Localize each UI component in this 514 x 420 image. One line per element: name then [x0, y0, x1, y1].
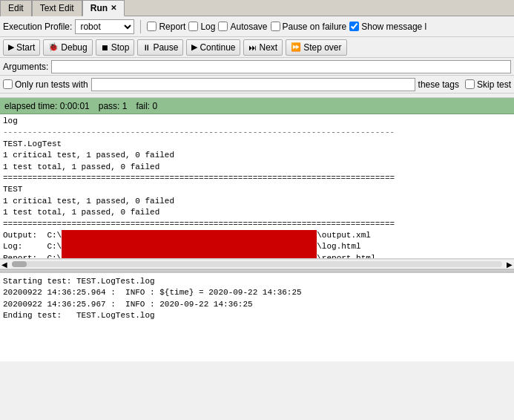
autosave-checkbox[interactable] [218, 22, 228, 31]
tab-run-label: Run [90, 3, 108, 13]
play-icon: ▶ [8, 42, 14, 52]
output-double-sep-1: ========================================… [3, 173, 511, 184]
tab-edit-label: Edit [8, 3, 24, 13]
skip-test-label: Skip test [477, 79, 511, 90]
execution-profile-label: Execution Profile: [3, 22, 72, 32]
log-line-1: 20200922 14:36:25.964 : INFO : ${time} =… [3, 287, 511, 298]
continue-button[interactable]: ▶ Continue [186, 39, 240, 56]
output-path-report: Report: C:\ \report.html [3, 253, 511, 259]
step-over-label: Step over [303, 42, 341, 53]
status-bar: elapsed time: 0:00:01 pass: 1 fail: 0 [0, 98, 514, 114]
log-panel[interactable]: Starting test: TEST.LogTest.log 20200922… [0, 272, 514, 361]
stop-icon: ⏹ [101, 43, 109, 52]
next-label: Next [259, 42, 277, 53]
autosave-checkbox-label[interactable]: Autosave [218, 22, 267, 32]
tags-row: Only run tests with these tags Skip test [0, 76, 514, 93]
arguments-input[interactable] [51, 60, 511, 73]
show-message-label: Show message l [361, 22, 426, 32]
arguments-row: Arguments: [0, 58, 514, 76]
tab-text-edit-label: Text Edit [40, 3, 74, 13]
output-path-label: Output: C:\ [3, 230, 62, 241]
start-label: Start [16, 42, 35, 53]
only-run-tests-label: Only run tests with [15, 79, 88, 90]
log-line-2: 20200922 14:36:25.967 : INFO : 2020-09-2… [3, 299, 511, 310]
output-double-sep-2: ========================================… [3, 219, 511, 230]
close-icon[interactable]: ✕ [111, 4, 116, 12]
horizontal-scrollbar[interactable]: ◀ ▶ [0, 259, 514, 269]
output-path-redacted [62, 230, 317, 241]
fail-count: fail: 0 [136, 101, 157, 111]
next-button[interactable]: ⏭ Next [243, 39, 283, 56]
start-button[interactable]: ▶ Start [3, 39, 40, 56]
only-run-tests-checkbox-label[interactable]: Only run tests with [3, 79, 88, 90]
scroll-left-icon[interactable]: ◀ [0, 260, 9, 269]
separator-1 [140, 20, 141, 33]
step-over-icon: ⏩ [291, 42, 301, 52]
pause-label: Pause [153, 42, 178, 53]
step-over-button[interactable]: ⏩ Step over [286, 39, 346, 56]
report-checkbox-label[interactable]: Report [147, 22, 185, 32]
output-path-log: Log: C:\ \log.html [3, 241, 511, 252]
pass-count: pass: 1 [99, 101, 128, 111]
log-line-0: Starting test: TEST.LogTest.log [3, 276, 511, 287]
continue-icon: ▶ [191, 42, 197, 52]
report-path-label: Report: C:\ [3, 253, 62, 259]
pause-button[interactable]: ⏸ Pause [137, 39, 183, 56]
arguments-label: Arguments: [3, 62, 48, 72]
tab-text-edit[interactable]: Text Edit [32, 0, 82, 16]
these-tags-label: these tags [418, 79, 459, 90]
output-line-testlogtest: TEST.LogTest [3, 139, 511, 150]
output-line-total-1: 1 test total, 1 passed, 0 failed [3, 162, 511, 173]
log-checkbox[interactable] [188, 22, 198, 31]
execution-profile-select[interactable]: robot [75, 19, 134, 34]
bug-icon: 🐞 [48, 42, 59, 52]
tags-input[interactable] [91, 78, 415, 91]
stop-label: Stop [111, 42, 130, 53]
report-path-suffix: \report.html [317, 253, 375, 259]
scroll-track[interactable] [12, 261, 502, 267]
only-run-tests-checkbox[interactable] [3, 79, 13, 89]
output-line-critical-2: 1 critical test, 1 passed, 0 failed [3, 196, 511, 207]
log-path-label: Log: C:\ [3, 241, 62, 252]
output-area[interactable]: log ------------------------------------… [0, 114, 514, 259]
output-separator-1: ----------------------------------------… [3, 127, 511, 138]
output-path-suffix: \output.xml [317, 230, 371, 241]
output-line-critical-1: 1 critical test, 1 passed, 0 failed [3, 150, 511, 161]
tab-bar: Edit Text Edit Run ✕ [0, 0, 514, 16]
next-icon: ⏭ [248, 43, 257, 52]
log-path-suffix: \log.html [317, 241, 360, 252]
toolbar-row-1: Execution Profile: robot Report Log Auto… [0, 16, 514, 37]
output-line-log: log [3, 116, 511, 127]
skip-test-checkbox[interactable] [465, 79, 475, 89]
skip-test-checkbox-label[interactable]: Skip test [465, 79, 511, 90]
autosave-label: Autosave [230, 22, 267, 32]
output-line-test: TEST [3, 184, 511, 195]
log-line-3: Ending test: TEST.LogTest.log [3, 310, 511, 321]
report-label: Report [159, 22, 185, 32]
continue-label: Continue [200, 42, 235, 53]
report-checkbox[interactable] [147, 22, 156, 31]
stop-button[interactable]: ⏹ Stop [96, 39, 135, 56]
log-checkbox-label[interactable]: Log [188, 22, 215, 32]
tab-edit[interactable]: Edit [0, 0, 32, 16]
show-message-checkbox-label[interactable]: Show message l [349, 22, 426, 32]
report-path-redacted [62, 253, 317, 259]
tab-run[interactable]: Run ✕ [82, 0, 125, 16]
scroll-thumb[interactable] [12, 261, 27, 267]
pause-on-failure-checkbox[interactable] [271, 22, 280, 31]
debug-button[interactable]: 🐞 Debug [43, 39, 92, 56]
scroll-right-icon[interactable]: ▶ [505, 260, 514, 269]
pause-icon: ⏸ [142, 43, 151, 52]
debug-label: Debug [61, 42, 87, 53]
toolbar-row-2: ▶ Start 🐞 Debug ⏹ Stop ⏸ Pause ▶ Continu… [0, 37, 514, 58]
show-message-checkbox[interactable] [349, 22, 359, 31]
output-path-output: Output: C:\ \output.xml [3, 230, 511, 241]
pause-on-failure-checkbox-label[interactable]: Pause on failure [271, 22, 347, 32]
elapsed-time: elapsed time: 0:00:01 [4, 101, 90, 111]
pause-on-failure-label: Pause on failure [283, 22, 347, 32]
log-path-redacted [62, 241, 317, 252]
log-label: Log [200, 22, 215, 32]
output-line-total-2: 1 test total, 1 passed, 0 failed [3, 207, 511, 218]
